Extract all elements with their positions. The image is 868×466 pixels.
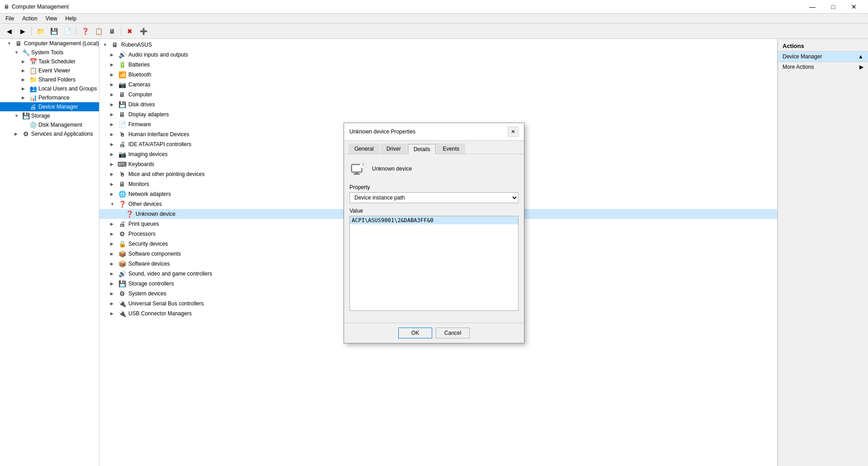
tab-details[interactable]: Details	[408, 144, 436, 154]
dialog-tabs: General Driver Details Events	[344, 141, 524, 154]
value-label: Value	[349, 208, 519, 214]
properties-dialog: Unknown device Properties ✕ General Driv…	[344, 123, 524, 343]
dialog-overlay: Unknown device Properties ✕ General Driv…	[0, 0, 868, 466]
tab-driver[interactable]: Driver	[381, 143, 407, 154]
tab-general[interactable]: General	[349, 143, 380, 154]
device-header-icon: ?	[349, 160, 368, 178]
cancel-button[interactable]: Cancel	[436, 328, 470, 338]
dialog-titlebar: Unknown device Properties ✕	[344, 123, 524, 141]
tab-events[interactable]: Events	[437, 143, 465, 154]
dialog-close-button[interactable]: ✕	[508, 127, 519, 137]
svg-text:?: ?	[362, 162, 364, 168]
device-name: Unknown device	[372, 166, 412, 172]
property-label: Property	[349, 184, 519, 190]
dialog-title: Unknown device Properties	[349, 128, 415, 135]
svg-rect-2	[355, 172, 359, 174]
ok-button[interactable]: OK	[398, 328, 432, 338]
property-select-wrap: Device instance pathClassClass GUIDHardw…	[349, 192, 519, 203]
property-select[interactable]: Device instance pathClassClass GUIDHardw…	[349, 192, 519, 203]
dialog-footer: OK Cancel	[344, 323, 524, 343]
svg-rect-3	[354, 174, 360, 175]
dialog-body: ? Unknown device Property Device instanc…	[344, 154, 524, 323]
device-header: ? Unknown device	[349, 160, 519, 178]
value-box: ACPI\ASUS9001\2&DABA3FF&0	[349, 216, 519, 311]
value-row: ACPI\ASUS9001\2&DABA3FF&0	[350, 216, 518, 224]
